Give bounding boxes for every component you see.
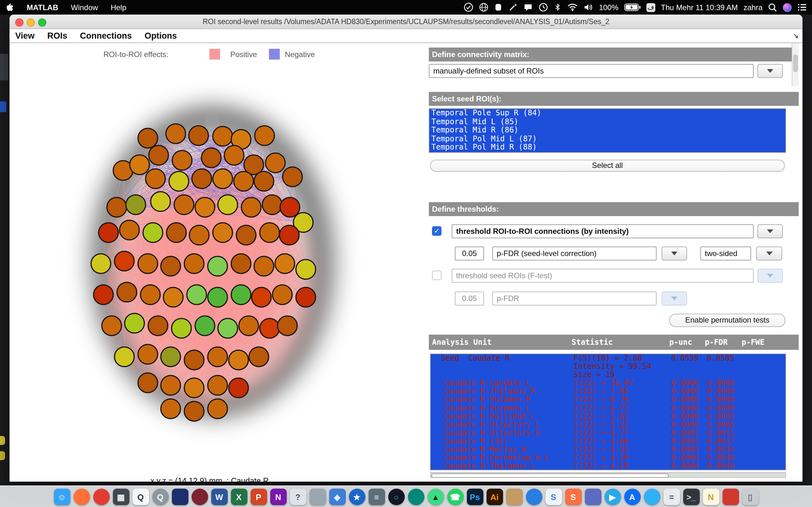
dock-icon-onenote[interactable]: N: [270, 489, 287, 505]
check-circle-icon[interactable]: [464, 0, 473, 14]
roi-node[interactable]: [213, 223, 233, 242]
roi-node[interactable]: [255, 126, 274, 146]
roi-node[interactable]: [184, 401, 204, 421]
roi-node[interactable]: [254, 257, 274, 276]
brain-figure[interactable]: [9, 43, 429, 482]
roi-node[interactable]: [224, 146, 244, 165]
roi-node[interactable]: [161, 257, 181, 276]
dock-icon-terminal-app[interactable]: >_: [683, 489, 699, 505]
roi-node[interactable]: [296, 260, 316, 279]
globe-icon[interactable]: [479, 0, 489, 14]
enable-permutation-button[interactable]: Enable permutation tests: [669, 314, 785, 327]
menu-connections[interactable]: Connections: [80, 31, 132, 41]
dock-icon-teal-app[interactable]: [408, 489, 424, 505]
threshold-side-dropdown[interactable]: two-sided: [700, 246, 751, 261]
menubar-user[interactable]: zahra: [744, 3, 763, 12]
battery-icon[interactable]: [624, 0, 641, 14]
dock-icon-compass[interactable]: ★: [349, 489, 365, 505]
roi-node[interactable]: [161, 399, 181, 418]
roi-node[interactable]: [201, 148, 221, 168]
roi-node[interactable]: [114, 251, 134, 271]
results-row[interactable]: Caudate R-Cerebelum 8 LT(22) = 4.190.000…: [431, 454, 785, 462]
roi-node[interactable]: [189, 126, 208, 146]
roi-node[interactable]: [195, 316, 215, 336]
roi-node[interactable]: [107, 198, 126, 217]
roi-node[interactable]: [241, 198, 261, 217]
dock-icon-slate-app[interactable]: [585, 489, 601, 505]
results-row[interactable]: Size = 19: [431, 371, 785, 379]
dock-icon-telegram[interactable]: ▶: [604, 489, 621, 505]
results-row[interactable]: Caudate R-Putamen RT(22) = 6.760.00000.0…: [431, 396, 785, 404]
dock-icon-qq[interactable]: Q: [132, 489, 149, 505]
seed-list-scrollbar[interactable]: [792, 43, 799, 86]
roi-node[interactable]: [99, 223, 118, 242]
results-row[interactable]: Caudate R-Olfactory RT(22) = 4.770.00010…: [431, 429, 785, 437]
dock-icon-photoshop[interactable]: Ps: [467, 489, 483, 505]
dock-icon-excel[interactable]: X: [231, 489, 247, 505]
chat-icon[interactable]: [523, 0, 533, 14]
siri-icon[interactable]: [783, 3, 792, 12]
results-row[interactable]: Caudate R-Thalamus LT(22) = 4.190.00040.…: [431, 462, 785, 470]
roi-node[interactable]: [174, 195, 194, 215]
roi-node[interactable]: [187, 285, 206, 304]
roi-node[interactable]: [189, 225, 209, 245]
roi-node[interactable]: [254, 171, 274, 191]
volume-icon[interactable]: [583, 0, 593, 14]
results-row[interactable]: Caudate R-Putamen LT(22) = 6.730.00000.0…: [431, 404, 785, 412]
roi-node[interactable]: [102, 316, 121, 336]
dock-icon-shareit[interactable]: S: [545, 489, 562, 505]
roi-node[interactable]: [138, 128, 158, 148]
dock-icon-speedtest[interactable]: ○: [388, 489, 404, 505]
seed-roi-listbox[interactable]: Temporal Pole Sup R (84)Temporal Mid L (…: [429, 108, 786, 153]
roi-node[interactable]: [125, 314, 144, 333]
roi-node[interactable]: [260, 319, 280, 338]
roi-node[interactable]: [192, 169, 212, 188]
dock-icon-orange-s-app[interactable]: S: [565, 489, 581, 505]
dock-icon-whatsapp[interactable]: ☎: [447, 489, 463, 505]
roi-node[interactable]: [161, 376, 181, 395]
dock-icon-illustrator[interactable]: Ai: [486, 489, 503, 505]
threshold-side-arrow[interactable]: [756, 246, 782, 261]
roi-node[interactable]: [260, 223, 280, 242]
shield-icon[interactable]: [494, 0, 502, 14]
roi-node[interactable]: [141, 285, 160, 304]
select-all-button[interactable]: Select all: [430, 160, 785, 172]
roi-node[interactable]: [277, 316, 297, 336]
control-center-icon[interactable]: [798, 0, 807, 14]
dock-icon-blue-cube[interactable]: ◆: [329, 489, 345, 505]
dock-icon-paw-app[interactable]: [506, 489, 522, 505]
results-row[interactable]: Caudate R-Olfactory LT(22) = 5.220.00000…: [431, 421, 785, 429]
menubar-menu-window[interactable]: Window: [65, 0, 104, 14]
roi-node[interactable]: [229, 350, 248, 370]
roi-node[interactable]: [117, 282, 137, 302]
seed-roi-item[interactable]: Temporal Mid L (85): [429, 118, 785, 126]
dock-icon-firefox[interactable]: [73, 489, 90, 505]
roi-node[interactable]: [208, 347, 227, 367]
threshold-connections-checkbox[interactable]: ✓: [432, 226, 442, 236]
threshold-seeds-checkbox[interactable]: [432, 271, 442, 280]
roi-node[interactable]: [283, 167, 302, 187]
roi-node[interactable]: [296, 287, 316, 307]
roi-node[interactable]: [252, 287, 271, 307]
roi-node[interactable]: [169, 171, 189, 191]
connectivity-dropdown[interactable]: manually-defined subset of ROIs: [429, 64, 754, 78]
roi-node[interactable]: [151, 192, 170, 211]
threshold-connections-dropdown[interactable]: threshold ROI-to-ROI connections (by int…: [452, 224, 754, 238]
connectivity-dropdown-arrow[interactable]: [757, 64, 783, 78]
roi-node[interactable]: [208, 376, 227, 395]
results-row[interactable]: Caudate R-Caudate LT(22) = 16.070.00000.…: [431, 379, 785, 388]
dock-icon-finder[interactable]: ☺: [54, 489, 70, 505]
roi-node[interactable]: [146, 169, 165, 188]
dock-icon-calculator-app[interactable]: =: [663, 489, 680, 505]
roi-node[interactable]: [275, 254, 295, 274]
dock-icon-appstore[interactable]: A: [624, 489, 641, 505]
dock-icon-help[interactable]: ?: [290, 489, 306, 505]
roi-node[interactable]: [280, 225, 299, 245]
roi-node[interactable]: [239, 316, 258, 336]
roi-node[interactable]: [119, 220, 139, 240]
time-machine-icon[interactable]: [539, 0, 548, 14]
spotlight-icon[interactable]: [768, 0, 777, 14]
results-row[interactable]: Caudate R-Pallidum LT(22) = 5.610.00000.…: [431, 412, 785, 420]
threshold-connections-arrow[interactable]: [757, 224, 783, 238]
roi-node[interactable]: [148, 316, 168, 336]
